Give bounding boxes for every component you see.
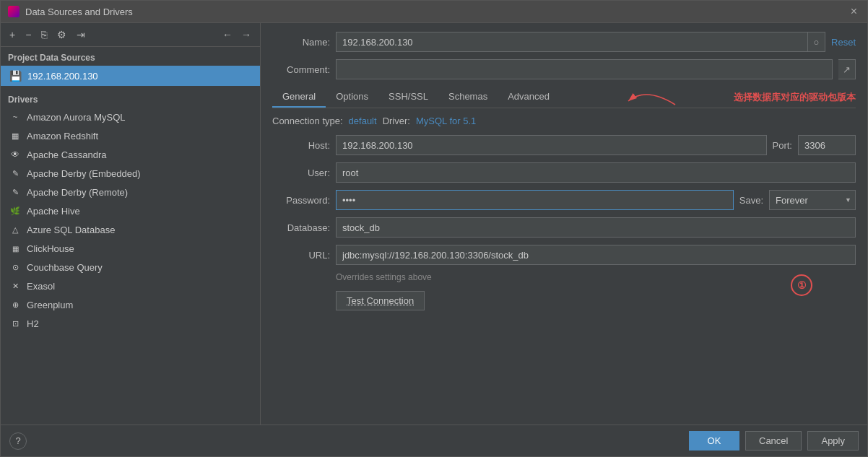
name-input-group: ○ <box>336 32 825 52</box>
comment-label: Comment: <box>272 64 330 75</box>
h2-icon: ⊡ <box>9 318 21 329</box>
driver-item-exasol[interactable]: ✕ Exasol <box>1 277 260 295</box>
cancel-button[interactable]: Cancel <box>745 431 802 451</box>
connection-type-value[interactable]: default <box>349 116 377 126</box>
dialog-title: Data Sources and Drivers <box>25 6 133 17</box>
comment-expand-button[interactable]: ↗ <box>838 59 856 79</box>
tab-general[interactable]: General <box>272 87 326 108</box>
driver-name: Apache Cassandra <box>27 149 107 160</box>
driver-name: Amazon Redshift <box>27 131 98 142</box>
ok-button[interactable]: OK <box>689 431 739 451</box>
settings-button[interactable]: ⚙ <box>54 27 69 42</box>
name-input[interactable] <box>336 32 808 52</box>
add-button[interactable]: + <box>6 27 18 42</box>
annotation-arrow <box>625 79 682 108</box>
url-row: URL: <box>272 245 856 265</box>
database-input[interactable] <box>336 217 856 238</box>
driver-item-apache-cassandra[interactable]: 👁 Apache Cassandra <box>1 145 260 164</box>
greenplum-icon: ⊕ <box>9 299 21 310</box>
driver-item-greenplum[interactable]: ⊕ Greenplum <box>1 295 260 314</box>
amazon-redshift-icon: ▦ <box>9 130 21 142</box>
password-input[interactable] <box>336 190 734 210</box>
tabs-row: General Options SSH/SSL Schemas Advanced <box>272 87 856 108</box>
driver-item-amazon-aurora[interactable]: ~ Amazon Aurora MySQL <box>1 108 260 126</box>
drivers-section: Drivers ~ Amazon Aurora MySQL ▦ Amazon R… <box>1 89 260 425</box>
driver-name: Exasol <box>27 281 55 292</box>
host-input[interactable] <box>336 135 767 155</box>
driver-item-apache-hive[interactable]: 🌿 Apache Hive <box>1 201 260 220</box>
tab-schemas[interactable]: Schemas <box>438 87 498 108</box>
comment-input[interactable] <box>336 59 833 79</box>
user-label: User: <box>272 167 330 178</box>
tab-options[interactable]: Options <box>326 87 378 108</box>
apply-button[interactable]: Apply <box>807 431 859 451</box>
save-label: Save: <box>739 195 763 206</box>
driver-item-apache-derby-embedded[interactable]: ✎ Apache Derby (Embedded) <box>1 164 260 183</box>
apache-cassandra-icon: 👁 <box>9 149 21 160</box>
driver-name: Azure SQL Database <box>27 225 115 235</box>
bottom-bar: ? OK Cancel Apply <box>1 425 867 456</box>
driver-label: Driver: <box>383 116 410 126</box>
connection-type-label: Connection type: <box>272 116 343 126</box>
back-button[interactable]: ← <box>220 27 235 42</box>
connection-info-row: Connection type: default Driver: MySQL f… <box>272 116 856 126</box>
driver-item-couchbase[interactable]: ⊙ Couchbase Query <box>1 258 260 277</box>
tab-advanced[interactable]: Advanced <box>498 87 560 108</box>
driver-item-clickhouse[interactable]: ▦ ClickHouse <box>1 239 260 258</box>
driver-item-azure-sql[interactable]: △ Azure SQL Database <box>1 220 260 239</box>
title-bar: Data Sources and Drivers × <box>1 1 867 23</box>
url-label: URL: <box>272 250 330 261</box>
driver-name: H2 <box>27 318 39 329</box>
driver-item-apache-derby-remote[interactable]: ✎ Apache Derby (Remote) <box>1 183 260 201</box>
apache-derby-emb-icon: ✎ <box>9 167 21 179</box>
driver-name: Amazon Aurora MySQL <box>27 112 126 123</box>
database-label: Database: <box>272 222 330 233</box>
tab-sshssl[interactable]: SSH/SSL <box>378 87 438 108</box>
driver-value[interactable]: MySQL for 5.1 <box>416 116 476 126</box>
main-body: + − ⎘ ⚙ ⇥ ← → Project Data Sources 💾 192… <box>1 23 867 425</box>
driver-name: Apache Hive <box>27 206 80 217</box>
password-row: Password: Save: Forever Until restart Ne… <box>272 190 856 210</box>
driver-name: Apache Derby (Remote) <box>27 187 128 198</box>
annotation-container: 选择数据库对应的驱动包版本 <box>734 87 856 108</box>
mysql-icon: 💾 <box>9 70 22 82</box>
remove-button[interactable]: − <box>22 27 34 42</box>
url-note: Overrides settings above <box>336 272 856 282</box>
driver-item-amazon-redshift[interactable]: ▦ Amazon Redshift <box>1 126 260 145</box>
toolbar: + − ⎘ ⚙ ⇥ ← → <box>1 23 260 47</box>
database-row: Database: <box>272 217 856 238</box>
driver-name: ClickHouse <box>27 243 74 254</box>
help-button[interactable]: ? <box>9 432 27 450</box>
drivers-header: Drivers <box>1 89 260 108</box>
driver-name: Apache Derby (Embedded) <box>27 168 141 179</box>
name-status-icon: ○ <box>808 32 825 52</box>
reset-button[interactable]: Reset <box>831 37 856 48</box>
user-row: User: <box>272 162 856 183</box>
save-select[interactable]: Forever Until restart Never <box>769 190 856 210</box>
url-input[interactable] <box>336 245 856 265</box>
test-connection-button[interactable]: Test Connection <box>336 291 425 310</box>
driver-name: Greenplum <box>27 300 73 310</box>
step-one-annotation: ① <box>791 274 812 296</box>
annotation-text: 选择数据库对应的驱动包版本 <box>734 91 856 104</box>
project-datasources-header: Project Data Sources <box>1 47 260 66</box>
nav-buttons: ← → <box>220 27 254 42</box>
port-label: Port: <box>773 140 792 151</box>
forward-button[interactable]: → <box>238 27 254 42</box>
azure-sql-icon: △ <box>9 224 21 235</box>
couchbase-icon: ⊙ <box>9 261 21 273</box>
copy-button[interactable]: ⎘ <box>38 27 50 42</box>
port-input[interactable] <box>798 135 856 155</box>
user-input[interactable] <box>336 162 856 183</box>
import-button[interactable]: ⇥ <box>74 27 88 42</box>
datasource-item-selected[interactable]: 💾 192.168.200.130 <box>1 66 260 86</box>
driver-item-h2[interactable]: ⊡ H2 <box>1 314 260 333</box>
password-label: Password: <box>272 195 330 206</box>
amazon-aurora-icon: ~ <box>9 111 21 123</box>
close-button[interactable]: × <box>848 5 860 18</box>
datasource-name: 192.168.200.130 <box>27 71 98 82</box>
title-bar-left: Data Sources and Drivers <box>8 6 133 17</box>
driver-name: Couchbase Query <box>27 262 103 273</box>
apache-hive-icon: 🌿 <box>9 205 21 217</box>
left-panel: + − ⎘ ⚙ ⇥ ← → Project Data Sources 💾 192… <box>1 23 261 425</box>
